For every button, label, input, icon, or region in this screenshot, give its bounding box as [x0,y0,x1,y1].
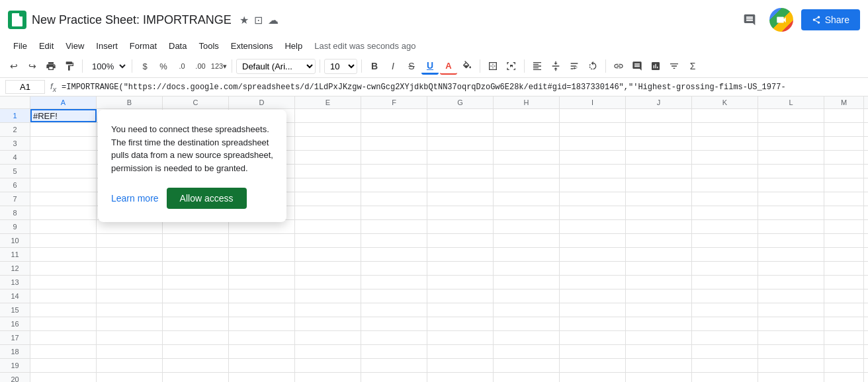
wrap-button[interactable] [566,57,583,75]
function-button[interactable]: Σ [684,57,701,75]
row-number[interactable]: 3 [0,137,30,150]
cell-j3[interactable] [626,137,692,150]
cell-f16[interactable] [361,317,427,330]
cell-e2[interactable] [295,123,361,136]
fill-color-button[interactable] [458,57,476,75]
zoom-select[interactable]: 100% 75% 50% 125% 150% [87,59,128,73]
cell-l2[interactable] [758,123,824,136]
cell-h8[interactable] [494,206,560,219]
cell-e15[interactable] [295,303,361,317]
cell-f11[interactable] [361,248,427,261]
cell-d15[interactable] [229,303,295,317]
menu-help[interactable]: Help [279,38,308,54]
percent-button[interactable]: % [155,57,172,75]
cell-d10[interactable] [229,234,295,247]
cell-d12[interactable] [229,262,295,275]
cell-b12[interactable] [97,262,163,275]
cell-f9[interactable] [361,220,427,233]
print-button[interactable] [42,57,60,75]
cell-c18[interactable] [163,345,229,358]
menu-data[interactable]: Data [163,38,192,54]
col-header-j[interactable]: J [626,96,692,108]
cell-i16[interactable] [560,317,626,330]
menu-tools[interactable]: Tools [193,38,224,54]
cell-e5[interactable] [295,165,361,178]
cell-f4[interactable] [361,151,427,164]
cell-m5[interactable] [824,165,864,178]
col-header-i[interactable]: I [560,96,626,108]
cell-a17[interactable] [30,331,97,344]
cell-i2[interactable] [560,123,626,136]
cell-h17[interactable] [494,331,560,344]
cell-c20[interactable] [163,373,229,382]
cell-g14[interactable] [427,289,494,303]
cell-g8[interactable] [427,206,494,219]
cell-f10[interactable] [361,234,427,247]
cell-h11[interactable] [494,248,560,261]
cell-e7[interactable] [295,192,361,206]
align-h-button[interactable] [529,57,546,75]
cell-h7[interactable] [494,192,560,206]
cell-m13[interactable] [824,276,864,289]
cell-k14[interactable] [692,289,758,303]
row-number[interactable]: 9 [0,220,30,233]
cell-e16[interactable] [295,317,361,330]
cell-e13[interactable] [295,276,361,289]
cell-g17[interactable] [427,331,494,344]
cell-i14[interactable] [560,289,626,303]
menu-format[interactable]: Format [124,38,162,54]
cell-g13[interactable] [427,276,494,289]
cell-a6[interactable] [30,178,97,192]
cell-e20[interactable] [295,373,361,382]
cell-e11[interactable] [295,248,361,261]
cell-i8[interactable] [560,206,626,219]
cell-m8[interactable] [824,206,864,219]
cell-i17[interactable] [560,331,626,344]
cell-a12[interactable] [30,262,97,275]
cell-h6[interactable] [494,178,560,192]
cell-k20[interactable] [692,373,758,382]
cell-l20[interactable] [758,373,824,382]
col-header-f[interactable]: F [361,96,427,108]
cell-h18[interactable] [494,345,560,358]
paint-format-button[interactable] [61,57,78,75]
cell-m11[interactable] [824,248,864,261]
cell-j5[interactable] [626,165,692,178]
cell-g7[interactable] [427,192,494,206]
col-header-k[interactable]: K [692,96,758,108]
cell-c10[interactable] [163,234,229,247]
cell-g4[interactable] [427,151,494,164]
cell-e10[interactable] [295,234,361,247]
cell-f5[interactable] [361,165,427,178]
cell-l11[interactable] [758,248,824,261]
cell-a2[interactable] [30,123,97,136]
cell-l1[interactable] [758,109,824,122]
cell-a4[interactable] [30,151,97,164]
cell-m20[interactable] [824,373,864,382]
cell-b11[interactable] [97,248,163,261]
cell-b15[interactable] [97,303,163,317]
cell-i15[interactable] [560,303,626,317]
cell-j6[interactable] [626,178,692,192]
cell-j14[interactable] [626,289,692,303]
cell-d16[interactable] [229,317,295,330]
cell-k19[interactable] [692,359,758,372]
cell-j19[interactable] [626,359,692,372]
cell-e6[interactable] [295,178,361,192]
cell-a10[interactable] [30,234,97,247]
cell-e19[interactable] [295,359,361,372]
cell-g9[interactable] [427,220,494,233]
bold-button[interactable]: B [366,57,383,75]
cell-k15[interactable] [692,303,758,317]
cell-f3[interactable] [361,137,427,150]
cell-h16[interactable] [494,317,560,330]
cell-f13[interactable] [361,276,427,289]
cell-j9[interactable] [626,220,692,233]
cell-e14[interactable] [295,289,361,303]
cell-c15[interactable] [163,303,229,317]
italic-button[interactable]: I [384,57,402,75]
filter-button[interactable] [666,57,683,75]
cell-f7[interactable] [361,192,427,206]
cell-b19[interactable] [97,359,163,372]
col-header-b[interactable]: B [97,96,163,108]
